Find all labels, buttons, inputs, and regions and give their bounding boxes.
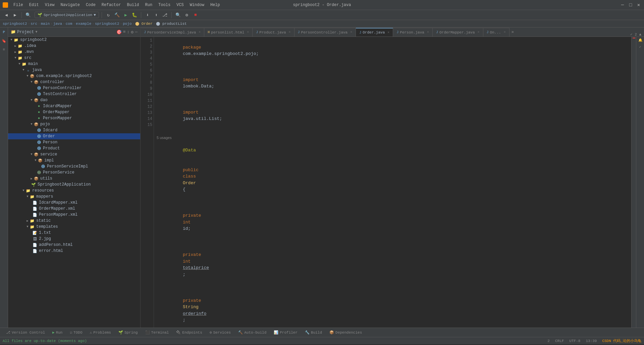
menu-vcs[interactable]: VCS xyxy=(174,2,186,8)
settings-button[interactable]: ⚙ xyxy=(183,11,191,19)
tab-close-button[interactable]: × xyxy=(478,30,480,34)
breadcrumb-com[interactable]: com xyxy=(66,22,72,26)
tree-item-personmapper[interactable]: ● PersonMapper xyxy=(8,115,140,121)
tab-close-button[interactable]: × xyxy=(504,30,506,34)
refresh-button[interactable]: ↻ xyxy=(105,11,112,19)
tree-item-templates[interactable]: ▼ 📁 templates xyxy=(8,224,140,230)
breadcrumb-productlist[interactable]: ⬤ productList xyxy=(156,21,186,26)
tree-item-pojo[interactable]: ▼ 📦 pojo xyxy=(8,121,140,127)
status-charset[interactable]: UTF-8 xyxy=(569,339,580,343)
breadcrumb-example[interactable]: example xyxy=(76,22,91,26)
breadcrumb-springboot2[interactable]: springboot2 xyxy=(3,22,27,26)
bottom-tab-problems[interactable]: ⚠ Problems xyxy=(87,330,114,335)
debug-button[interactable]: 🐛 xyxy=(131,11,138,19)
git-push-button[interactable]: ⬆ xyxy=(153,11,160,19)
tree-item-idcardmapper-xml[interactable]: 📄 IdcardMapper.xml xyxy=(8,200,140,206)
bottom-tab-run[interactable]: ▶ Run xyxy=(49,330,66,335)
tree-item-com-example[interactable]: ▼ 📦 com.example.springboot2 xyxy=(8,73,140,79)
tab-more-button[interactable]: » xyxy=(509,28,516,37)
tree-item-personservice[interactable]: 🅘 PersonService xyxy=(8,169,140,176)
tree-item-ordermapper[interactable]: ● OrderMapper xyxy=(8,109,140,115)
breadcrumb-main[interactable]: main xyxy=(41,22,50,26)
tree-item-service[interactable]: ▼ 📦 service xyxy=(8,151,140,157)
menu-tools[interactable]: Tools xyxy=(156,2,173,8)
bottom-tab-endpoints[interactable]: 🔌 Endpoints xyxy=(173,330,205,335)
sidebar-settings-button[interactable]: ⚙ xyxy=(131,29,133,35)
tree-item-main[interactable]: ▼ 📁 main xyxy=(8,61,140,67)
tab-personserviceimpl[interactable]: J PersonServiceImpl.java × xyxy=(141,28,204,37)
tab-close-button[interactable]: × xyxy=(387,31,389,34)
bottom-tab-todo[interactable]: ☑ TODO xyxy=(66,330,86,335)
forward-button[interactable]: ▶ xyxy=(11,11,19,19)
sidebar-minimize-button[interactable]: — xyxy=(135,29,138,35)
menu-help[interactable]: Help xyxy=(208,2,223,8)
tree-item-idea[interactable]: ▶ 📁 .idea xyxy=(8,43,140,49)
tree-item-static[interactable]: ▶ 📁 static xyxy=(8,218,140,224)
tree-item-addperson-html[interactable]: 📄 addPerson.html xyxy=(8,242,140,248)
code-editor[interactable]: package com.example.springboot2.pojo; im… xyxy=(154,37,631,328)
tree-item-personcontroller[interactable]: 🅒 PersonController xyxy=(8,85,140,91)
bookmarks-icon[interactable]: 🔖 xyxy=(1,38,7,44)
tree-item-controller[interactable]: ▼ 📦 controller xyxy=(8,79,140,85)
tab-on[interactable]: J On... × xyxy=(483,28,509,37)
back-button[interactable]: ◀ xyxy=(3,11,10,19)
tree-item-dao[interactable]: ▼ 📦 dao xyxy=(8,97,140,103)
tree-item-product[interactable]: 🅒 Product xyxy=(8,145,140,151)
tab-close-button[interactable]: × xyxy=(247,30,249,34)
tree-item-idcard[interactable]: 🅒 Idcard xyxy=(8,127,140,133)
tree-item-utils[interactable]: ▶ 📦 utils xyxy=(8,176,140,182)
minimize-button[interactable]: ─ xyxy=(620,2,625,8)
tree-item-personmapper-xml[interactable]: 📄 PersonMapper.xml xyxy=(8,212,140,218)
breadcrumb-springboot2-pkg[interactable]: springboot2 xyxy=(95,22,119,26)
tree-item-mappers[interactable]: ▼ 📁 mappers xyxy=(8,194,140,200)
breadcrumb-src[interactable]: src xyxy=(31,22,37,26)
tree-item-idcardmapper[interactable]: ● IdcardMapper xyxy=(8,103,140,109)
tree-item-impl[interactable]: ▼ 📦 impl xyxy=(8,157,140,163)
tree-item-ordermapper-xml[interactable]: 📄 OrderMapper.xml xyxy=(8,206,140,212)
tree-item-error-html[interactable]: 📄 error.html xyxy=(8,248,140,254)
tab-close-button[interactable]: × xyxy=(199,30,201,34)
bottom-tab-build[interactable]: 🔧 Build xyxy=(302,330,325,335)
bottom-tab-dependencies[interactable]: 📦 Dependencies xyxy=(326,330,365,335)
tree-item-personserviceimpl[interactable]: 🅒 PersonServiceImpl xyxy=(8,163,140,169)
tree-item-java[interactable]: ▼ ☕ java xyxy=(8,67,140,73)
close-button[interactable]: ✕ xyxy=(636,2,641,8)
menu-edit[interactable]: Edit xyxy=(26,2,42,8)
tab-person-java[interactable]: J Person.java × xyxy=(393,28,433,37)
tree-item-mvn[interactable]: ▶ 📁 .mvn xyxy=(8,49,140,55)
git-button[interactable]: ⎇ xyxy=(161,11,169,19)
bottom-tab-spring[interactable]: 🌱 Spring xyxy=(115,330,141,335)
tree-item-1txt[interactable]: 📝 1.txt xyxy=(8,230,140,236)
sidebar-sort-button[interactable]: ↕ xyxy=(127,29,130,35)
menu-run[interactable]: Run xyxy=(142,2,155,8)
project-icon[interactable]: P xyxy=(1,29,7,36)
tree-item-testcontroller[interactable]: 🅒 TestController xyxy=(8,91,140,97)
menu-window[interactable]: Window xyxy=(187,2,207,8)
run-button[interactable]: ▶ xyxy=(122,11,129,19)
tree-item-2jpg[interactable]: 🖼 2.jpg xyxy=(8,236,140,242)
menu-refactor[interactable]: Refactor xyxy=(99,2,124,8)
breadcrumb-order-class[interactable]: ⬤ Order xyxy=(135,21,153,26)
run-config-selector[interactable]: 🌱 Springboot2Application ▼ xyxy=(35,12,99,18)
bottom-tab-services[interactable]: ⚙ Services xyxy=(206,330,234,335)
stop-button[interactable]: ■ xyxy=(192,11,199,19)
menu-navigate[interactable]: Navigate xyxy=(58,2,83,8)
tab-personcontroller-java[interactable]: J PersonController.java × xyxy=(294,28,356,37)
maximize-button[interactable]: □ xyxy=(628,2,633,8)
status-crlf[interactable]: CRLF xyxy=(555,339,564,343)
menu-file[interactable]: File xyxy=(11,2,26,8)
breadcrumb-pojo[interactable]: pojo xyxy=(123,22,131,26)
tree-item-resources[interactable]: ▼ 📁 resources xyxy=(8,188,140,194)
search-button[interactable]: 🔍 xyxy=(24,11,32,19)
menu-build[interactable]: Build xyxy=(124,2,142,8)
tree-item-order[interactable]: 🅒 Order xyxy=(8,133,140,139)
tree-item-root[interactable]: ▼ 📁 springboot2 xyxy=(8,37,140,43)
tree-item-springboot2app[interactable]: 🌱 Springboot2Application xyxy=(8,182,140,188)
tab-product-java[interactable]: J Product.java × xyxy=(253,28,294,37)
breadcrumb-java[interactable]: java xyxy=(53,22,62,26)
build-button[interactable]: 🔨 xyxy=(113,11,121,19)
tab-close-button[interactable]: × xyxy=(427,30,429,34)
menu-view[interactable]: View xyxy=(42,2,57,8)
tree-item-src[interactable]: ▼ 📁 src xyxy=(8,55,140,61)
menu-code[interactable]: Code xyxy=(83,2,98,8)
